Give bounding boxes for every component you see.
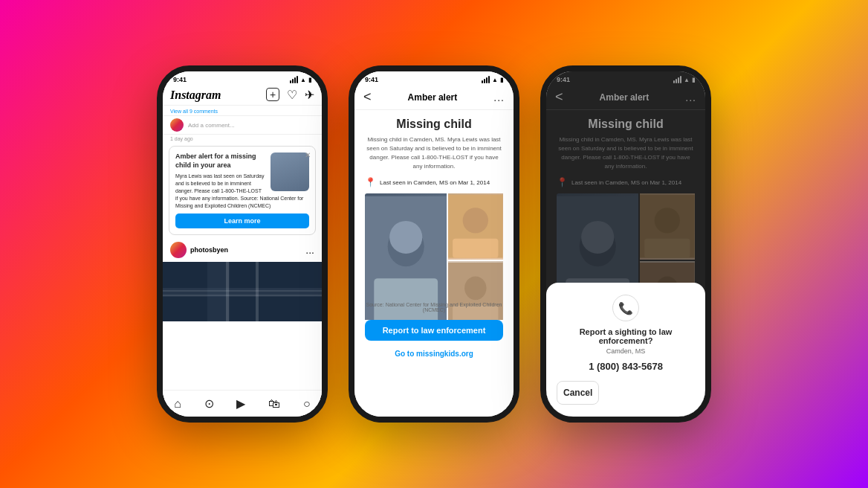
phone-3: 9:41 ▲ ▮ < Amber alert ...: [540, 65, 711, 423]
side-photo-svg-2: [448, 261, 503, 320]
time-ago: 1 day ago: [163, 135, 322, 143]
detail-title-2: Amber alert: [408, 92, 458, 103]
svg-point-9: [389, 221, 422, 254]
amber-alert-card: ✕ Amber alert for a missing child in you…: [169, 146, 316, 235]
nav-shop-icon[interactable]: 🛍: [268, 397, 280, 411]
missing-child-desc-2: Missing child in Camden, MS. Myra Lewis …: [365, 135, 503, 171]
side-photo-svg-1: [448, 193, 503, 260]
status-icons-2: ▲ ▮: [482, 76, 503, 83]
svg-rect-16: [453, 305, 499, 320]
photo-side-2-2: [448, 261, 503, 320]
time-1: 9:41: [173, 76, 187, 83]
signal-bar-1: [290, 80, 291, 83]
signal-bar-2-2: [484, 79, 485, 83]
main-photo-svg: [365, 193, 447, 320]
phone-1-screen: 9:41 ▲ ▮ Instagram + ♡: [163, 71, 322, 417]
back-button-2[interactable]: <: [363, 89, 372, 105]
post-header: photosbyen ...: [163, 238, 322, 262]
ig-header: Instagram + ♡ ✈: [163, 85, 322, 106]
signal-bar-4: [297, 76, 298, 83]
status-bar-2: 9:41 ▲ ▮: [354, 71, 514, 85]
ig-header-icons: + ♡ ✈: [266, 88, 314, 102]
location-row-2: 📍 Last seen in Camden, MS on Mar 1, 2014: [365, 177, 503, 187]
location-text-2: Last seen in Camden, MS on Mar 1, 2014: [380, 179, 490, 186]
modal-phone-number: 1 (800) 843-5678: [557, 361, 695, 372]
svg-rect-5: [163, 290, 322, 292]
signal-bar-3: [294, 77, 296, 83]
missingkids-link[interactable]: Go to missingkids.org: [354, 347, 514, 361]
bottom-nav: ⌂ ⊙ ▶ 🛍 ○: [163, 390, 322, 417]
user-avatar-sm: [170, 118, 184, 132]
signal-bar-2-3: [486, 77, 488, 83]
instagram-logo: Instagram: [170, 89, 221, 102]
location-icon-2: 📍: [365, 177, 376, 187]
svg-rect-13: [453, 239, 499, 258]
signal-bar-2-1: [482, 80, 483, 83]
status-icons-1: ▲ ▮: [290, 76, 311, 83]
nav-reels-icon[interactable]: ▶: [236, 396, 245, 411]
phone-1: 9:41 ▲ ▮ Instagram + ♡: [157, 65, 328, 423]
post-username: photosbyen: [190, 246, 228, 254]
post-more-icon[interactable]: ...: [305, 244, 314, 256]
add-post-icon[interactable]: +: [266, 88, 279, 101]
modal-phone-icon: 📞: [612, 295, 639, 321]
svg-point-12: [463, 208, 488, 233]
modal-question: Report a sighting to law enforcement?: [557, 327, 695, 345]
battery-icon-1: ▮: [308, 77, 311, 83]
svg-rect-10: [374, 278, 438, 320]
report-law-enforcement-button[interactable]: Report to law enforcement: [365, 320, 503, 341]
phones-container: 9:41 ▲ ▮ Instagram + ♡: [157, 65, 711, 423]
amber-close-btn[interactable]: ✕: [305, 151, 311, 159]
more-button-2[interactable]: ...: [493, 92, 505, 103]
phone-2-screen: 9:41 ▲ ▮ < Amber alert ...: [354, 71, 514, 417]
modal-location: Camden, MS: [557, 347, 695, 355]
phone-3-screen: 9:41 ▲ ▮ < Amber alert ...: [546, 71, 705, 417]
detail-content-2: Missing child Missing child in Camden, M…: [354, 110, 514, 320]
wifi-icon-1: ▲: [300, 77, 306, 83]
comments-section[interactable]: View all 9 comments: [163, 106, 322, 115]
svg-point-15: [464, 276, 486, 300]
status-bar-1: 9:41 ▲ ▮: [163, 71, 322, 85]
signal-bar-2-4: [488, 76, 490, 83]
post-user-avatar: [170, 242, 187, 258]
signal-bars-1: [290, 76, 298, 83]
time-2: 9:41: [365, 76, 378, 83]
modal-overlay: 📞 Report a sighting to law enforcement? …: [546, 71, 705, 417]
nav-profile-icon[interactable]: ○: [303, 397, 311, 411]
messages-icon[interactable]: ✈: [305, 88, 314, 102]
signal-bars-2: [482, 76, 490, 83]
wifi-icon-2: ▲: [492, 77, 498, 83]
post-image: [163, 262, 322, 321]
modal-card: 📞 Report a sighting to law enforcement? …: [546, 283, 705, 417]
learn-more-button[interactable]: Learn more: [175, 214, 309, 228]
amber-photo-small: [271, 152, 309, 191]
nav-home-icon[interactable]: ⌂: [174, 397, 181, 411]
notifications-icon[interactable]: ♡: [287, 88, 297, 102]
phone-2: 9:41 ▲ ▮ < Amber alert ...: [349, 65, 519, 423]
detail-header-2: < Amber alert ...: [354, 85, 514, 110]
svg-rect-6: [163, 295, 322, 296]
modal-cancel-button[interactable]: Cancel: [557, 381, 599, 405]
add-comment-row[interactable]: Add a comment...: [163, 115, 322, 135]
post-user: photosbyen: [170, 242, 228, 258]
missing-child-title-2: Missing child: [365, 118, 503, 131]
photo-main-2: [365, 193, 447, 320]
photo-grid-2: [365, 193, 503, 298]
battery-icon-2: ▮: [500, 77, 503, 83]
nav-search-icon[interactable]: ⊙: [204, 396, 214, 411]
comment-placeholder: Add a comment...: [188, 122, 235, 129]
post-image-svg: [163, 262, 322, 321]
photo-side-2-1: [448, 193, 503, 260]
signal-bar-2: [292, 79, 294, 83]
